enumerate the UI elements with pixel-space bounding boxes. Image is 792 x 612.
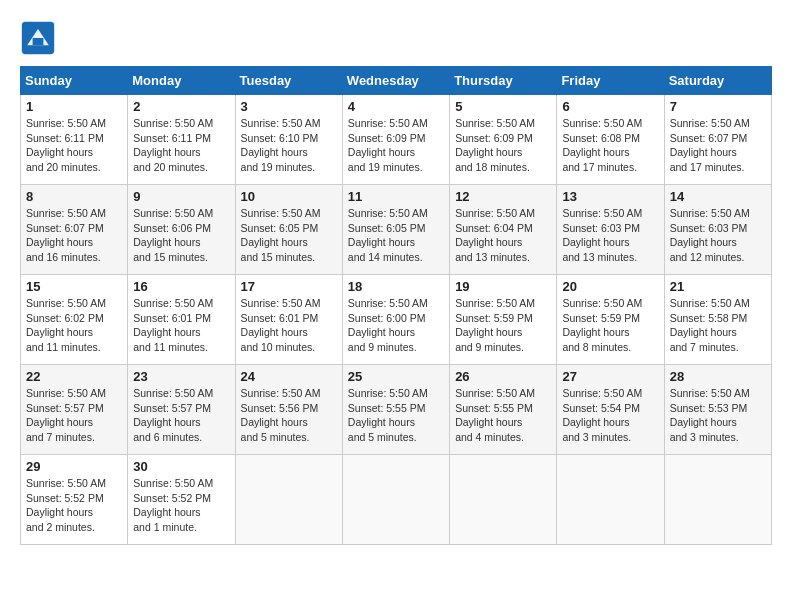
calendar-cell — [235, 455, 342, 545]
day-number: 5 — [455, 99, 551, 114]
calendar-cell: 13 Sunrise: 5:50 AM Sunset: 6:03 PM Dayl… — [557, 185, 664, 275]
day-number: 30 — [133, 459, 229, 474]
calendar-cell: 4 Sunrise: 5:50 AM Sunset: 6:09 PM Dayli… — [342, 95, 449, 185]
day-number: 14 — [670, 189, 766, 204]
day-number: 4 — [348, 99, 444, 114]
calendar-cell: 1 Sunrise: 5:50 AM Sunset: 6:11 PM Dayli… — [21, 95, 128, 185]
day-info: Sunrise: 5:50 AM Sunset: 5:54 PM Dayligh… — [562, 386, 658, 445]
day-number: 28 — [670, 369, 766, 384]
calendar-cell: 5 Sunrise: 5:50 AM Sunset: 6:09 PM Dayli… — [450, 95, 557, 185]
calendar-week-2: 8 Sunrise: 5:50 AM Sunset: 6:07 PM Dayli… — [21, 185, 772, 275]
day-number: 3 — [241, 99, 337, 114]
calendar-body: 1 Sunrise: 5:50 AM Sunset: 6:11 PM Dayli… — [21, 95, 772, 545]
logo — [20, 20, 60, 56]
weekday-row: SundayMondayTuesdayWednesdayThursdayFrid… — [21, 67, 772, 95]
day-number: 24 — [241, 369, 337, 384]
calendar-cell: 14 Sunrise: 5:50 AM Sunset: 6:03 PM Dayl… — [664, 185, 771, 275]
calendar-cell: 16 Sunrise: 5:50 AM Sunset: 6:01 PM Dayl… — [128, 275, 235, 365]
day-info: Sunrise: 5:50 AM Sunset: 6:00 PM Dayligh… — [348, 296, 444, 355]
calendar-cell: 9 Sunrise: 5:50 AM Sunset: 6:06 PM Dayli… — [128, 185, 235, 275]
calendar-header: SundayMondayTuesdayWednesdayThursdayFrid… — [21, 67, 772, 95]
day-number: 27 — [562, 369, 658, 384]
calendar-cell: 18 Sunrise: 5:50 AM Sunset: 6:00 PM Dayl… — [342, 275, 449, 365]
weekday-header-wednesday: Wednesday — [342, 67, 449, 95]
calendar-cell: 25 Sunrise: 5:50 AM Sunset: 5:55 PM Dayl… — [342, 365, 449, 455]
day-info: Sunrise: 5:50 AM Sunset: 5:59 PM Dayligh… — [562, 296, 658, 355]
calendar-cell: 30 Sunrise: 5:50 AM Sunset: 5:52 PM Dayl… — [128, 455, 235, 545]
day-info: Sunrise: 5:50 AM Sunset: 6:01 PM Dayligh… — [241, 296, 337, 355]
calendar-cell: 3 Sunrise: 5:50 AM Sunset: 6:10 PM Dayli… — [235, 95, 342, 185]
day-number: 2 — [133, 99, 229, 114]
calendar-cell: 22 Sunrise: 5:50 AM Sunset: 5:57 PM Dayl… — [21, 365, 128, 455]
calendar-cell — [342, 455, 449, 545]
day-number: 29 — [26, 459, 122, 474]
day-info: Sunrise: 5:50 AM Sunset: 5:53 PM Dayligh… — [670, 386, 766, 445]
logo-icon — [20, 20, 56, 56]
day-info: Sunrise: 5:50 AM Sunset: 6:03 PM Dayligh… — [670, 206, 766, 265]
day-info: Sunrise: 5:50 AM Sunset: 5:55 PM Dayligh… — [455, 386, 551, 445]
calendar-week-1: 1 Sunrise: 5:50 AM Sunset: 6:11 PM Dayli… — [21, 95, 772, 185]
calendar-cell: 8 Sunrise: 5:50 AM Sunset: 6:07 PM Dayli… — [21, 185, 128, 275]
calendar-cell: 29 Sunrise: 5:50 AM Sunset: 5:52 PM Dayl… — [21, 455, 128, 545]
day-info: Sunrise: 5:50 AM Sunset: 6:10 PM Dayligh… — [241, 116, 337, 175]
calendar-cell — [664, 455, 771, 545]
day-number: 12 — [455, 189, 551, 204]
page-header — [20, 20, 772, 56]
day-info: Sunrise: 5:50 AM Sunset: 5:59 PM Dayligh… — [455, 296, 551, 355]
day-number: 9 — [133, 189, 229, 204]
day-number: 7 — [670, 99, 766, 114]
day-number: 11 — [348, 189, 444, 204]
day-number: 17 — [241, 279, 337, 294]
weekday-header-saturday: Saturday — [664, 67, 771, 95]
calendar-cell: 6 Sunrise: 5:50 AM Sunset: 6:08 PM Dayli… — [557, 95, 664, 185]
day-info: Sunrise: 5:50 AM Sunset: 6:09 PM Dayligh… — [455, 116, 551, 175]
day-info: Sunrise: 5:50 AM Sunset: 5:58 PM Dayligh… — [670, 296, 766, 355]
calendar-cell: 28 Sunrise: 5:50 AM Sunset: 5:53 PM Dayl… — [664, 365, 771, 455]
calendar-cell: 11 Sunrise: 5:50 AM Sunset: 6:05 PM Dayl… — [342, 185, 449, 275]
day-info: Sunrise: 5:50 AM Sunset: 6:09 PM Dayligh… — [348, 116, 444, 175]
day-info: Sunrise: 5:50 AM Sunset: 6:04 PM Dayligh… — [455, 206, 551, 265]
calendar-cell: 24 Sunrise: 5:50 AM Sunset: 5:56 PM Dayl… — [235, 365, 342, 455]
day-number: 22 — [26, 369, 122, 384]
day-info: Sunrise: 5:50 AM Sunset: 6:03 PM Dayligh… — [562, 206, 658, 265]
day-number: 10 — [241, 189, 337, 204]
weekday-header-sunday: Sunday — [21, 67, 128, 95]
day-number: 18 — [348, 279, 444, 294]
weekday-header-friday: Friday — [557, 67, 664, 95]
calendar-cell — [557, 455, 664, 545]
calendar-cell: 12 Sunrise: 5:50 AM Sunset: 6:04 PM Dayl… — [450, 185, 557, 275]
day-info: Sunrise: 5:50 AM Sunset: 5:55 PM Dayligh… — [348, 386, 444, 445]
day-number: 23 — [133, 369, 229, 384]
day-info: Sunrise: 5:50 AM Sunset: 6:11 PM Dayligh… — [133, 116, 229, 175]
calendar-cell: 20 Sunrise: 5:50 AM Sunset: 5:59 PM Dayl… — [557, 275, 664, 365]
day-number: 21 — [670, 279, 766, 294]
calendar-cell: 21 Sunrise: 5:50 AM Sunset: 5:58 PM Dayl… — [664, 275, 771, 365]
calendar-cell — [450, 455, 557, 545]
day-info: Sunrise: 5:50 AM Sunset: 6:02 PM Dayligh… — [26, 296, 122, 355]
calendar: SundayMondayTuesdayWednesdayThursdayFrid… — [20, 66, 772, 545]
day-number: 20 — [562, 279, 658, 294]
calendar-cell: 19 Sunrise: 5:50 AM Sunset: 5:59 PM Dayl… — [450, 275, 557, 365]
day-number: 15 — [26, 279, 122, 294]
calendar-cell: 27 Sunrise: 5:50 AM Sunset: 5:54 PM Dayl… — [557, 365, 664, 455]
calendar-cell: 2 Sunrise: 5:50 AM Sunset: 6:11 PM Dayli… — [128, 95, 235, 185]
day-info: Sunrise: 5:50 AM Sunset: 6:06 PM Dayligh… — [133, 206, 229, 265]
calendar-week-5: 29 Sunrise: 5:50 AM Sunset: 5:52 PM Dayl… — [21, 455, 772, 545]
day-info: Sunrise: 5:50 AM Sunset: 5:57 PM Dayligh… — [26, 386, 122, 445]
day-number: 1 — [26, 99, 122, 114]
calendar-cell: 15 Sunrise: 5:50 AM Sunset: 6:02 PM Dayl… — [21, 275, 128, 365]
day-number: 19 — [455, 279, 551, 294]
calendar-cell: 7 Sunrise: 5:50 AM Sunset: 6:07 PM Dayli… — [664, 95, 771, 185]
calendar-cell: 23 Sunrise: 5:50 AM Sunset: 5:57 PM Dayl… — [128, 365, 235, 455]
day-number: 8 — [26, 189, 122, 204]
day-info: Sunrise: 5:50 AM Sunset: 6:08 PM Dayligh… — [562, 116, 658, 175]
day-info: Sunrise: 5:50 AM Sunset: 5:52 PM Dayligh… — [133, 476, 229, 535]
day-number: 16 — [133, 279, 229, 294]
day-info: Sunrise: 5:50 AM Sunset: 6:11 PM Dayligh… — [26, 116, 122, 175]
day-info: Sunrise: 5:50 AM Sunset: 6:05 PM Dayligh… — [241, 206, 337, 265]
day-number: 13 — [562, 189, 658, 204]
day-number: 25 — [348, 369, 444, 384]
day-info: Sunrise: 5:50 AM Sunset: 6:07 PM Dayligh… — [670, 116, 766, 175]
weekday-header-thursday: Thursday — [450, 67, 557, 95]
weekday-header-tuesday: Tuesday — [235, 67, 342, 95]
